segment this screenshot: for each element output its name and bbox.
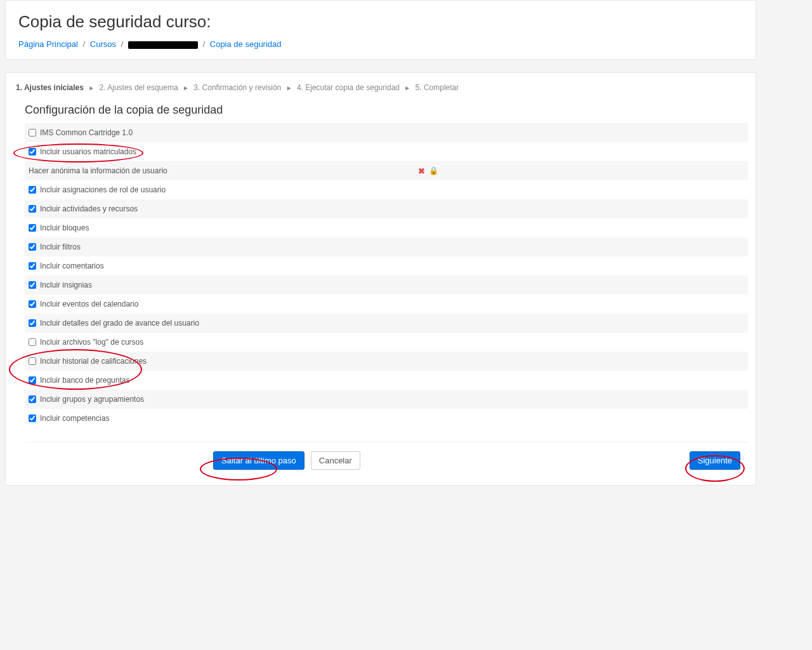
setting-label: Incluir eventos del calendario	[40, 300, 138, 308]
setting-checkbox[interactable]	[29, 395, 36, 403]
setting-checkbox[interactable]	[29, 224, 36, 232]
setting-checkbox[interactable]	[29, 300, 36, 308]
breadcrumb-current[interactable]: Copia de seguridad	[210, 39, 282, 49]
setting-row: Incluir comentarios	[25, 256, 748, 275]
lock-icon: 🔒	[429, 166, 438, 175]
setting-checkbox[interactable]	[29, 376, 36, 384]
setting-checkbox[interactable]	[29, 319, 36, 327]
setting-checkbox[interactable]	[29, 148, 36, 156]
settings-list: IMS Common Cartridge 1.0Incluir usuarios…	[25, 123, 748, 428]
cancel-button[interactable]: Cancelar	[311, 451, 360, 470]
setting-label: Incluir usuarios matriculados	[40, 147, 136, 156]
setting-checkbox[interactable]	[29, 357, 36, 365]
setting-row: Incluir detalles del grado de avance del…	[25, 314, 748, 333]
setting-row: Incluir historial de calificaciones	[25, 352, 748, 371]
setting-label: Incluir actividades y recursos	[40, 204, 138, 213]
page-title: Copia de seguridad curso:	[18, 12, 743, 32]
disabled-icon: ✖	[418, 166, 425, 176]
setting-checkbox[interactable]	[29, 243, 36, 251]
setting-label: Incluir competencias	[40, 414, 109, 423]
setting-label: IMS Common Cartridge 1.0	[40, 128, 133, 137]
setting-label: Incluir archivos "log" de cursos	[40, 338, 143, 347]
step-5: 5. Completar	[416, 83, 459, 92]
setting-label: Hacer anónima la información de usuario	[29, 166, 167, 175]
step-4: 4. Ejecutar copia de seguridad	[297, 83, 400, 92]
step-2: 2. Ajustes del esquema	[100, 83, 178, 92]
breadcrumb-course-name[interactable]	[128, 39, 198, 49]
stepper-arrow-icon: ►	[286, 84, 292, 91]
setting-row: Hacer anónima la información de usuario✖…	[25, 161, 748, 180]
setting-row: Incluir competencias	[25, 409, 748, 428]
setting-label: Incluir historial de calificaciones	[40, 357, 147, 366]
breadcrumb-home[interactable]: Página Principal	[18, 39, 78, 49]
next-button[interactable]: Siguiente	[690, 451, 740, 470]
setting-row: Incluir usuarios matriculados	[25, 142, 748, 161]
setting-label: Incluir grupos y agrupamientos	[40, 395, 144, 404]
skip-to-last-button[interactable]: Saltar al último paso	[213, 451, 304, 470]
breadcrumb-sep: /	[83, 39, 86, 49]
setting-row: Incluir insignias	[25, 275, 748, 295]
setting-row: Incluir filtros	[25, 237, 748, 256]
stepper-arrow-icon: ►	[183, 84, 189, 91]
setting-checkbox[interactable]	[29, 186, 36, 194]
setting-label: Incluir bloques	[40, 223, 89, 232]
step-1: 1. Ajustes iniciales	[16, 83, 84, 92]
setting-row: Incluir grupos y agrupamientos	[25, 390, 748, 409]
main-card: 1. Ajustes iniciales ► 2. Ajustes del es…	[5, 72, 756, 486]
setting-row: Incluir archivos "log" de cursos	[25, 333, 748, 352]
stepper-arrow-icon: ►	[88, 84, 95, 91]
setting-label: Incluir insignias	[40, 281, 92, 289]
stepper: 1. Ajustes iniciales ► 2. Ajustes del es…	[13, 83, 748, 92]
setting-label: Incluir comentarios	[40, 262, 104, 270]
stepper-arrow-icon: ►	[404, 84, 410, 91]
setting-checkbox[interactable]	[29, 205, 36, 213]
header-card: Copia de seguridad curso: Página Princip…	[5, 0, 756, 60]
redacted-text	[128, 41, 198, 49]
button-bar: Saltar al último paso Cancelar Siguiente	[25, 442, 748, 470]
setting-checkbox[interactable]	[29, 338, 36, 346]
breadcrumb-sep: /	[121, 39, 124, 49]
setting-checkbox[interactable]	[29, 129, 36, 136]
setting-row: IMS Common Cartridge 1.0	[25, 123, 748, 142]
setting-row: Incluir actividades y recursos	[25, 199, 748, 218]
breadcrumb-courses[interactable]: Cursos	[90, 39, 116, 49]
step-3: 3. Confirmación y revisión	[193, 83, 281, 92]
setting-row: Incluir eventos del calendario	[25, 295, 748, 314]
breadcrumb: Página Principal / Cursos / / Copia de s…	[18, 39, 743, 49]
setting-row: Incluir banco de preguntas	[25, 371, 748, 390]
setting-label: Incluir filtros	[40, 242, 81, 251]
setting-label: Incluir asignaciones de rol de usuario	[40, 185, 166, 194]
breadcrumb-sep: /	[203, 39, 206, 49]
setting-row: Incluir asignaciones de rol de usuario	[25, 180, 748, 199]
setting-label: Incluir detalles del grado de avance del…	[40, 319, 199, 328]
setting-label: Incluir banco de preguntas	[40, 376, 129, 385]
section-title: Configuración de la copia de seguridad	[25, 103, 748, 117]
setting-checkbox[interactable]	[29, 415, 36, 422]
setting-lock-icons: ✖🔒	[418, 166, 438, 176]
setting-row: Incluir bloques	[25, 218, 748, 237]
setting-checkbox[interactable]	[29, 262, 36, 270]
setting-checkbox[interactable]	[29, 281, 36, 289]
